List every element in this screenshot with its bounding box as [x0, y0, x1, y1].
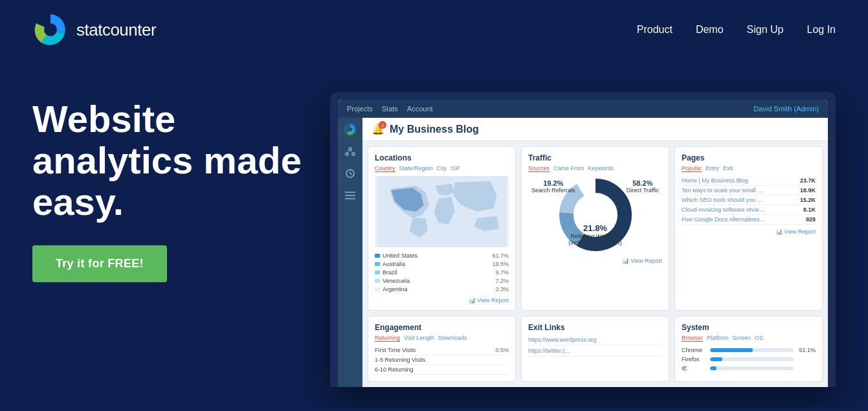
- location-row: Brazil 9.7%: [375, 268, 509, 276]
- locations-tab-city[interactable]: City: [437, 165, 447, 172]
- traffic-tab-keywords[interactable]: Keywords: [588, 165, 614, 172]
- pages-tabs: Popular Entry Exit: [682, 165, 816, 172]
- locations-tab-isp[interactable]: ISP: [451, 165, 460, 172]
- app-nav-projects[interactable]: Projects: [347, 105, 373, 113]
- pages-row: Ten ways to scale your small business | …: [682, 186, 816, 195]
- cta-button[interactable]: Try it for FREE!: [32, 245, 167, 282]
- sidebar-network-icon[interactable]: [344, 145, 357, 158]
- system-tab-screen[interactable]: Screen: [733, 335, 751, 342]
- pages-title: Pages: [682, 153, 816, 162]
- engagement-pct-1: 0.5%: [495, 347, 509, 353]
- system-bar-fill-firefox: [710, 357, 722, 361]
- widgets-grid-top: Locations Country State/Region City ISP: [362, 141, 828, 316]
- svg-point-5: [346, 153, 348, 155]
- page-count-3: 15.2K: [800, 197, 816, 203]
- traffic-referring-sublabel: (including social 9%): [568, 239, 622, 246]
- system-row: Firefox: [682, 355, 816, 364]
- pages-row: Home | My Business Blog 23.7K: [682, 176, 816, 186]
- system-title: System: [682, 323, 816, 332]
- page-title-2: Ten ways to scale your small business | …: [682, 187, 766, 194]
- logo-text: statcounter: [76, 20, 156, 40]
- svg-point-6: [352, 153, 355, 155]
- locations-view-report[interactable]: 📊 View Report: [375, 297, 509, 304]
- engagement-label-1: First Time Visits: [375, 347, 416, 353]
- nav-login[interactable]: Log In: [807, 24, 836, 36]
- app-header: Projects Stats Account David Smith (Admi…: [338, 100, 828, 118]
- pages-tab-exit[interactable]: Exit: [723, 165, 733, 172]
- page-count-4: 8.1K: [803, 206, 816, 213]
- page-count-1: 23.7K: [800, 177, 816, 184]
- system-label-chrome: Chrome: [682, 347, 707, 353]
- dashboard-mockup: Projects Stats Account David Smith (Admi…: [330, 92, 836, 387]
- device-frame: Projects Stats Account David Smith (Admi…: [330, 92, 836, 387]
- engagement-title: Engagement: [375, 323, 509, 332]
- system-bar-fill-chrome: [710, 348, 753, 352]
- locations-tab-state[interactable]: State/Region: [399, 165, 433, 172]
- engagement-tab-visit-length[interactable]: Visit Length: [404, 335, 434, 342]
- system-rows: Chrome 51.1% Firefox: [682, 346, 816, 373]
- pages-row: Five Google Docs Alternatives | My Busin…: [682, 215, 816, 225]
- locations-tab-country[interactable]: Country: [375, 165, 395, 172]
- page-title-4: Cloud invoicing software reviewed | My B…: [682, 206, 766, 213]
- traffic-tab-came-from[interactable]: Came From: [553, 165, 584, 172]
- exit-link-row: https://www.wordpress.org: [528, 335, 662, 346]
- engagement-row: 6-10 Returning: [375, 365, 509, 375]
- logo-area: statcounter: [32, 12, 156, 48]
- system-tab-browser[interactable]: Browser: [682, 335, 703, 342]
- engagement-label-2: 1-5 Returning Visits: [375, 357, 425, 363]
- page-count-5: 928: [806, 216, 816, 223]
- traffic-referring-label: Referring Websites: [568, 233, 622, 239]
- svg-line-7: [347, 150, 350, 153]
- pages-row: Cloud invoicing software reviewed | My B…: [682, 205, 816, 215]
- app-sidebar: [338, 118, 362, 387]
- pages-tab-entry[interactable]: Entry: [706, 165, 719, 172]
- engagement-tab-downloads[interactable]: Downloads: [438, 335, 467, 342]
- hero-section: Website analytics made easy. Try it for …: [0, 60, 868, 409]
- widget-locations: Locations Country State/Region City ISP: [368, 146, 516, 311]
- sidebar-menu-icon[interactable]: [344, 189, 357, 202]
- traffic-search-label: Search Referrals: [531, 187, 575, 194]
- traffic-referring-pct: 21.8%: [568, 223, 622, 233]
- locations-title: Locations: [375, 153, 509, 162]
- system-row: Chrome 51.1%: [682, 346, 816, 355]
- svg-line-11: [350, 173, 352, 175]
- system-bar-fill-ie: [710, 366, 717, 370]
- widget-traffic: Traffic Sources Came From Keywords: [521, 146, 669, 311]
- system-tab-platform[interactable]: Platform: [707, 335, 729, 342]
- nav-signup[interactable]: Sign Up: [747, 24, 784, 36]
- widgets-grid-bottom: Engagement Returning Visit Length Downlo…: [362, 316, 828, 387]
- pages-tab-popular[interactable]: Popular: [682, 165, 702, 172]
- hero-text: Website analytics made easy. Try it for …: [32, 85, 304, 282]
- pages-rows: Home | My Business Blog 23.7K Ten ways t…: [682, 176, 816, 225]
- pages-row: Which SEO tools should you be using | My…: [682, 195, 816, 205]
- pages-view-report[interactable]: 📊 View Report: [682, 228, 816, 235]
- traffic-view-report[interactable]: 📊 View Report: [528, 258, 662, 264]
- sidebar-logo-icon: [344, 123, 357, 136]
- page-title-3: Which SEO tools should you be using | My…: [682, 197, 766, 203]
- engagement-tab-returning[interactable]: Returning: [375, 335, 400, 342]
- page-title-1: Home | My Business Blog: [682, 177, 766, 184]
- location-row: United States 61.7%: [375, 251, 509, 260]
- system-row: IE: [682, 364, 816, 373]
- system-pct-chrome: 51.1%: [796, 347, 816, 353]
- system-bar-bg-ie: [710, 366, 794, 370]
- nav-demo[interactable]: Demo: [696, 24, 724, 36]
- engagement-row: 1-5 Returning Visits: [375, 355, 509, 365]
- app-nav-stats[interactable]: Stats: [382, 105, 398, 113]
- project-title: My Business Blog: [390, 124, 479, 135]
- project-title-bar: 🔔 2 My Business Blog: [362, 118, 828, 141]
- exit-links-title: Exit Links: [528, 323, 662, 332]
- widget-system: System Browser Platform Screen OS Chro: [674, 316, 823, 382]
- widget-exit-links: Exit Links https://www.wordpress.org htt…: [521, 316, 669, 382]
- sidebar-clock-icon[interactable]: [344, 167, 357, 180]
- system-bar-bg-firefox: [710, 357, 794, 361]
- nav-product[interactable]: Product: [637, 24, 673, 36]
- svg-line-8: [350, 150, 353, 153]
- svg-point-3: [348, 128, 352, 131]
- app-nav-account[interactable]: Account: [407, 105, 433, 113]
- system-tab-os[interactable]: OS: [755, 335, 763, 342]
- traffic-tab-sources[interactable]: Sources: [528, 165, 550, 172]
- system-label-ie: IE: [682, 365, 707, 372]
- traffic-tabs: Sources Came From Keywords: [528, 165, 662, 172]
- svg-point-4: [349, 148, 351, 150]
